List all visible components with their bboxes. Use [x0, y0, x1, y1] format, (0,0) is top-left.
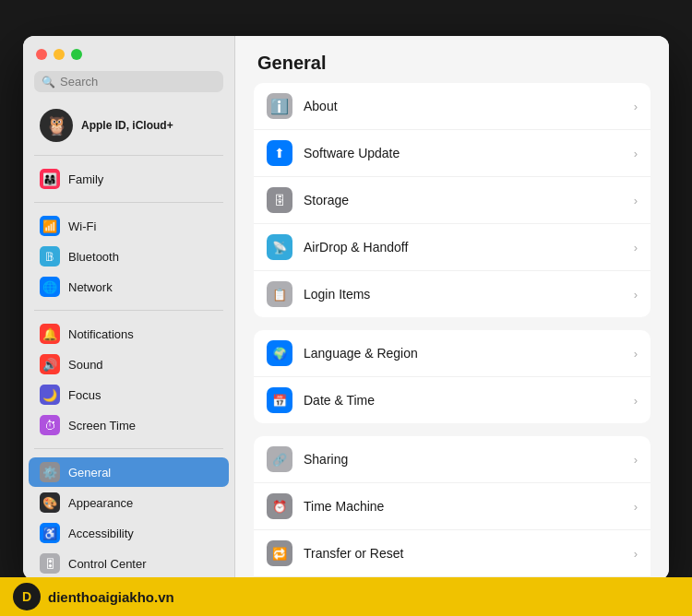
bluetooth-icon: 𝔹 [40, 246, 60, 267]
settings-list: ℹ️ About › ⬆ Software Update › [235, 83, 669, 580]
language-icon: 🌍 [267, 340, 292, 366]
titlebar [23, 36, 234, 67]
watermark-text: dienthoaigiakho.vn [48, 589, 174, 605]
time-machine-label: Time Machine [304, 499, 623, 514]
search-bar[interactable]: 🔍 [34, 71, 223, 92]
sidebar-item-family[interactable]: 👨‍👩‍👧 Family [29, 164, 229, 194]
sharing-chevron: › [634, 453, 638, 467]
sidebar-item-network[interactable]: 🌐 Network [29, 272, 229, 302]
sidebar-label-family: Family [68, 172, 103, 186]
focus-icon: 🌙 [40, 385, 60, 405]
apple-id-name: Apple ID, iCloud+ [81, 119, 173, 132]
settings-row-time-machine[interactable]: ⏰ Time Machine › [254, 483, 650, 530]
family-icon: 👨‍👩‍👧 [40, 169, 60, 189]
sidebar-item-control-center[interactable]: 🎛 Control Center [29, 549, 229, 578]
storage-chevron: › [634, 194, 638, 207]
sidebar-content: 🦉 Apple ID, iCloud+ 👨‍👩‍👧 Famil [23, 100, 234, 580]
airdrop-chevron: › [634, 241, 638, 255]
airdrop-label: AirDrop & Handoff [304, 240, 623, 255]
settings-row-language[interactable]: 🌍 Language & Region › [254, 330, 650, 377]
appearance-icon: 🎨 [40, 492, 60, 513]
general-icon: ⚙️ [40, 462, 60, 482]
transfer-reset-label: Transfer or Reset [304, 546, 623, 561]
maximize-button[interactable] [71, 49, 82, 60]
apple-id-item[interactable]: 🦉 Apple ID, iCloud+ [34, 105, 223, 146]
settings-row-airdrop[interactable]: 📡 AirDrop & Handoff › [254, 224, 650, 271]
sidebar-label-appearance: Appearance [68, 496, 133, 510]
sidebar-item-screen-time[interactable]: ⏱ Screen Time [29, 410, 229, 440]
transfer-reset-icon: 🔁 [267, 540, 292, 566]
screen-time-icon: ⏱ [40, 415, 60, 435]
settings-row-date-time[interactable]: 📅 Date & Time › [254, 377, 650, 423]
language-label: Language & Region [304, 346, 623, 361]
sidebar-label-control-center: Control Center [68, 557, 147, 571]
main-window: 🔍 🦉 Apple ID, iCloud+ [23, 36, 669, 580]
sidebar-item-general[interactable]: ⚙️ General [29, 457, 229, 487]
sidebar-label-wifi: Wi-Fi [68, 219, 96, 233]
sidebar-section-family: 👨‍👩‍👧 Family [23, 160, 234, 198]
sidebar-item-wifi[interactable]: 📶 Wi-Fi [29, 211, 229, 241]
storage-icon: 🗄 [267, 187, 292, 213]
avatar: 🦉 [40, 109, 73, 142]
sidebar-section-connectivity: 📶 Wi-Fi 𝔹 Bluetooth 🌐 Ne [23, 207, 234, 306]
sound-icon: 🔊 [40, 354, 60, 374]
divider [34, 155, 223, 156]
close-button[interactable] [36, 49, 47, 60]
storage-label: Storage [304, 193, 623, 207]
settings-row-sharing[interactable]: 🔗 Sharing › [254, 436, 650, 483]
settings-group-2: 🌍 Language & Region › 📅 Date & Time › [254, 330, 650, 423]
date-time-icon: 📅 [267, 387, 292, 413]
settings-row-login-items[interactable]: 📋 Login Items › [254, 271, 650, 317]
settings-row-storage[interactable]: 🗄 Storage › [254, 177, 650, 224]
language-chevron: › [634, 347, 638, 361]
search-icon: 🔍 [42, 76, 55, 89]
accessibility-icon: ♿ [40, 523, 60, 543]
sidebar-section-general-group: ⚙️ General 🎨 Appearance ♿ [23, 453, 234, 580]
sidebar-label-general: General [68, 466, 111, 480]
time-machine-chevron: › [634, 500, 638, 514]
settings-row-about[interactable]: ℹ️ About › [254, 83, 650, 130]
main-header: General [235, 36, 669, 83]
transfer-reset-chevron: › [634, 547, 638, 561]
about-icon: ℹ️ [267, 93, 292, 119]
sidebar-item-accessibility[interactable]: ♿ Accessibility [29, 518, 229, 548]
sidebar-section-system: 🔔 Notifications 🔊 Sound 🌙 [23, 314, 234, 444]
divider4 [34, 448, 223, 449]
software-update-label: Software Update [304, 146, 623, 160]
about-label: About [304, 99, 623, 113]
minimize-button[interactable] [54, 49, 65, 60]
settings-group-3: 🔗 Sharing › ⏰ Time Machine › [254, 436, 650, 580]
airdrop-icon: 📡 [267, 234, 292, 260]
login-items-chevron: › [634, 288, 638, 302]
watermark-logo: D [13, 583, 41, 610]
sidebar-label-screen-time: Screen Time [68, 419, 136, 432]
control-center-icon: 🎛 [40, 553, 60, 574]
search-input[interactable] [60, 75, 216, 89]
settings-group-1: ℹ️ About › ⬆ Software Update › [254, 83, 650, 317]
apple-id-section: 🦉 Apple ID, iCloud+ [23, 100, 234, 151]
sidebar-item-sound[interactable]: 🔊 Sound [29, 349, 229, 379]
settings-row-transfer-reset[interactable]: 🔁 Transfer or Reset › [254, 530, 650, 577]
sidebar-label-sound: Sound [68, 358, 103, 372]
sidebar-item-bluetooth[interactable]: 𝔹 Bluetooth [29, 242, 229, 271]
sidebar: 🔍 🦉 Apple ID, iCloud+ [23, 36, 235, 580]
sidebar-label-accessibility: Accessibility [68, 527, 134, 540]
settings-row-software-update[interactable]: ⬆ Software Update › [254, 130, 650, 177]
login-items-label: Login Items [304, 287, 623, 302]
time-machine-icon: ⏰ [267, 493, 292, 519]
sidebar-item-appearance[interactable]: 🎨 Appearance [29, 488, 229, 517]
date-time-chevron: › [634, 394, 638, 408]
software-update-icon: ⬆ [267, 140, 292, 166]
page-title: General [257, 53, 647, 74]
sharing-icon: 🔗 [267, 446, 292, 472]
sidebar-item-focus[interactable]: 🌙 Focus [29, 380, 229, 409]
network-icon: 🌐 [40, 277, 60, 297]
sidebar-label-network: Network [68, 280, 113, 294]
sidebar-item-notifications[interactable]: 🔔 Notifications [29, 319, 229, 349]
divider3 [34, 310, 223, 311]
notifications-icon: 🔔 [40, 324, 60, 344]
sidebar-label-bluetooth: Bluetooth [68, 250, 119, 264]
login-items-icon: 📋 [267, 281, 292, 307]
sidebar-label-focus: Focus [68, 388, 101, 402]
about-chevron: › [634, 100, 638, 113]
